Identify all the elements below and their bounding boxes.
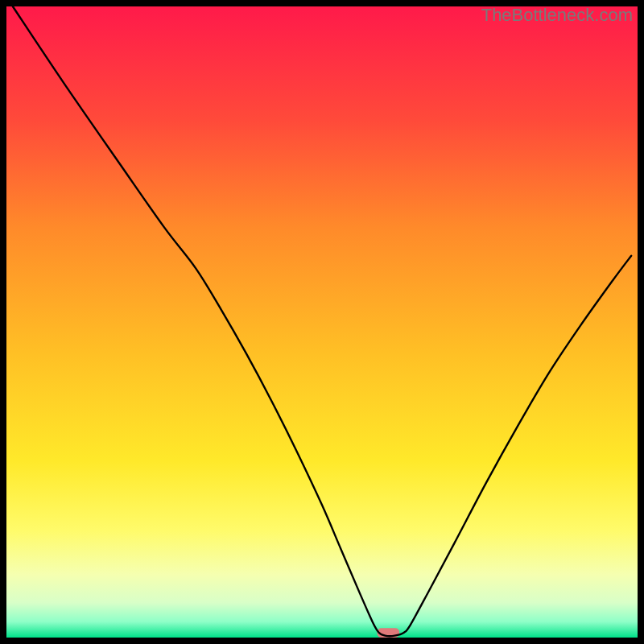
watermark-text: TheBottleneck.com	[481, 5, 633, 26]
bottleneck-chart	[0, 0, 644, 644]
plot-area	[6, 6, 638, 638]
chart-container: TheBottleneck.com	[0, 0, 644, 644]
